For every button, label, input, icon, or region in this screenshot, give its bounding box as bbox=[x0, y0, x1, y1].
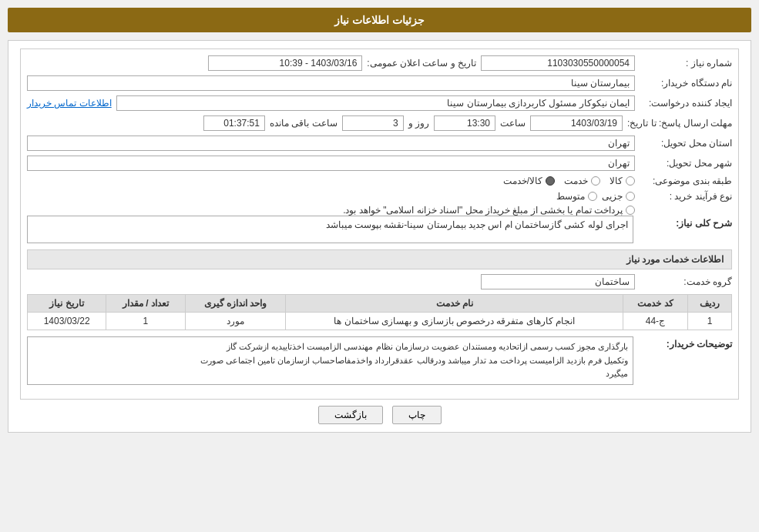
table-row: 1ج-44انجام کارهای متفرقه درخصوص بازسازی … bbox=[28, 313, 732, 330]
back-button[interactable]: بازگشت bbox=[318, 406, 383, 424]
row-process: نوع فرآیند خرید : جزیی متوسط bbox=[27, 191, 732, 216]
category-kala-label: کالا bbox=[610, 176, 623, 186]
province-value: تهران bbox=[27, 136, 635, 151]
deadline-remaining: 01:37:51 bbox=[203, 115, 265, 131]
city-label: شهر محل تحویل: bbox=[640, 158, 732, 169]
col-name: نام خدمت bbox=[286, 295, 623, 313]
row-buyer-name: نام دستگاه خریدار: بیمارستان سینا bbox=[27, 75, 732, 91]
deadline-remaining-label: ساعت باقی مانده bbox=[270, 118, 338, 129]
col-qty: تعداد / مقدار bbox=[106, 295, 185, 313]
row-city: شهر محل تحویل: تهران bbox=[27, 156, 732, 171]
deadline-time: 13:30 bbox=[434, 115, 495, 131]
table-cell-unit: مورد bbox=[185, 313, 286, 330]
main-content: شماره نیاز : 1103030550000054 تاریخ و سا… bbox=[8, 40, 751, 433]
table-cell-code: ج-44 bbox=[623, 313, 687, 330]
buyer-name-value: بیمارستان سینا bbox=[27, 75, 635, 91]
table-cell-row: 1 bbox=[687, 313, 731, 330]
page-title: جزئیات اطلاعات نیاز bbox=[334, 14, 425, 26]
category-radio-group: کالا خدمت کالا/خدمت bbox=[503, 176, 635, 186]
process-asnad-label: پرداخت تمام یا بخشی از مبلغ خریداز محل "… bbox=[343, 205, 623, 216]
creator-link[interactable]: اطلاعات تماس خریدار bbox=[27, 98, 112, 109]
col-code: کد خدمت bbox=[623, 295, 687, 313]
process-option-asnad[interactable]: پرداخت تمام یا بخشی از مبلغ خریداز محل "… bbox=[343, 205, 635, 216]
print-button[interactable]: چاپ bbox=[392, 406, 442, 424]
process-option-row-2: پرداخت تمام یا بخشی از مبلغ خریداز محل "… bbox=[27, 205, 635, 216]
row-creator: ایجاد کننده درخواست: ایمان نیکوکار مسئول… bbox=[27, 95, 732, 111]
col-date: تاریخ نیاز bbox=[28, 295, 106, 313]
radio-kala bbox=[626, 176, 635, 186]
deadline-time-label: ساعت bbox=[500, 118, 526, 129]
process-option-motavasset[interactable]: متوسط bbox=[556, 191, 597, 202]
need-number-value: 1103030550000054 bbox=[481, 55, 635, 71]
creator-value: ایمان نیکوکار مسئول کاربردازی بیمارستان … bbox=[116, 95, 635, 111]
col-unit: واحد اندازه گیری bbox=[185, 295, 286, 313]
table-header-row: ردیف کد خدمت نام خدمت واحد اندازه گیری ت… bbox=[28, 295, 732, 313]
services-section-title: اطلاعات خدمات مورد نیاز bbox=[27, 249, 732, 269]
buyer-notes-label: توضیحات خریدار: bbox=[640, 336, 732, 350]
process-label: نوع فرآیند خرید : bbox=[640, 191, 732, 202]
services-table: ردیف کد خدمت نام خدمت واحد اندازه گیری ت… bbox=[27, 294, 732, 330]
category-khedmat-label: خدمت bbox=[564, 176, 588, 186]
description-label: شرح کلی نیاز: bbox=[640, 216, 732, 229]
service-group-value: ساختمان bbox=[481, 274, 635, 289]
deadline-day-label: روز و bbox=[408, 118, 429, 129]
need-number-label: شماره نیاز : bbox=[640, 58, 732, 69]
description-section: شرح کلی نیاز: اجرای لوله کشی گازساختمان … bbox=[27, 216, 732, 243]
buyer-notes-value: بارگذاری مجوز کسب رسمی ازاتحادیه ومستندا… bbox=[27, 336, 633, 385]
radio-khedmat bbox=[591, 176, 600, 186]
process-options: جزیی متوسط پرداخت تمام یا بخشی از مبلغ خ… bbox=[27, 191, 635, 216]
page-container: جزئیات اطلاعات نیاز شماره نیاز : 1103030… bbox=[0, 0, 759, 532]
process-motavasset-label: متوسط bbox=[556, 191, 585, 202]
row-province: استان محل تحویل: تهران bbox=[27, 136, 732, 151]
info-section: شماره نیاز : 1103030550000054 تاریخ و سا… bbox=[20, 49, 739, 400]
col-row: ردیف bbox=[687, 295, 731, 313]
deadline-date: 1403/03/19 bbox=[530, 115, 623, 131]
row-deadline: مهلت ارسال پاسخ: تا تاریخ: 1403/03/19 سا… bbox=[27, 115, 732, 131]
category-option-khedmat[interactable]: خدمت bbox=[564, 176, 600, 186]
radio-kala-khedmat bbox=[546, 176, 555, 186]
service-group-label: گروه خدمت: bbox=[640, 276, 732, 287]
radio-asnad bbox=[626, 206, 635, 215]
radio-motavasset bbox=[588, 192, 597, 201]
process-jozi-label: جزیی bbox=[602, 191, 623, 202]
category-label: طبقه بندی موضوعی: bbox=[640, 176, 732, 186]
city-value: تهران bbox=[27, 156, 635, 171]
radio-jozi bbox=[626, 192, 635, 201]
province-label: استان محل تحویل: bbox=[640, 138, 732, 149]
creator-label: ایجاد کننده درخواست: bbox=[640, 98, 732, 109]
table-cell-name: انجام کارهای متفرقه درخصوص بازسازی و بهس… bbox=[286, 313, 623, 330]
date-label: تاریخ و ساعت اعلان عمومی: bbox=[367, 58, 476, 69]
buyer-notes-section: توضیحات خریدار: بارگذاری مجوز کسب رسمی ا… bbox=[27, 336, 732, 385]
row-need-number: شماره نیاز : 1103030550000054 تاریخ و سا… bbox=[27, 55, 732, 71]
row-service-group: گروه خدمت: ساختمان bbox=[27, 274, 732, 289]
date-value: 1403/03/16 - 10:39 bbox=[208, 55, 362, 71]
table-cell-qty: 1 bbox=[106, 313, 185, 330]
row-category: طبقه بندی موضوعی: کالا خدمت کالا/خدمت bbox=[27, 176, 732, 186]
buyer-name-label: نام دستگاه خریدار: bbox=[640, 78, 732, 89]
deadline-label: مهلت ارسال پاسخ: تا تاریخ: bbox=[627, 118, 732, 129]
buttons-row: چاپ بازگشت bbox=[20, 406, 739, 424]
table-cell-date: 1403/03/22 bbox=[28, 313, 106, 330]
deadline-days: 3 bbox=[342, 115, 404, 131]
page-header: جزئیات اطلاعات نیاز bbox=[8, 8, 751, 32]
category-option-kala[interactable]: کالا bbox=[610, 176, 635, 186]
process-option-jozi[interactable]: جزیی bbox=[602, 191, 635, 202]
category-kala-khedmat-label: کالا/خدمت bbox=[503, 176, 542, 186]
description-value: اجرای لوله کشی گازساختمان ام اس جدید بیم… bbox=[27, 216, 633, 243]
process-option-row-1: جزیی متوسط bbox=[27, 191, 635, 202]
category-option-kala-khedmat[interactable]: کالا/خدمت bbox=[503, 176, 555, 186]
